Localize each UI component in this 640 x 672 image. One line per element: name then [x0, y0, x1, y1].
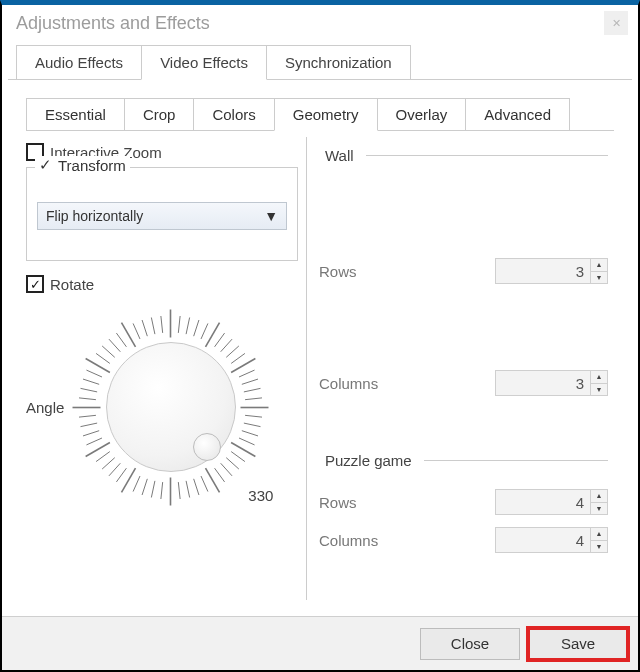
puzzle-rows-spinner[interactable]: 4 ▲▼	[495, 489, 608, 515]
svg-line-14	[245, 397, 262, 399]
puzzle-columns-stepper[interactable]: ▲▼	[590, 527, 608, 553]
titlebar: Adjustments and Effects ✕	[2, 5, 638, 45]
wall-columns-value: 3	[495, 370, 590, 396]
wall-label: Wall	[325, 147, 354, 164]
rotate-control: Angle 330	[26, 297, 298, 517]
video-effects-pane: Essential Crop Colors Geometry Overlay A…	[8, 79, 632, 619]
svg-line-21	[232, 451, 246, 461]
transform-checkbox[interactable]: ✓	[39, 156, 52, 174]
puzzle-label: Puzzle game	[325, 452, 412, 469]
wall-columns-stepper[interactable]: ▲▼	[590, 370, 608, 396]
puzzle-columns-spinner[interactable]: 4 ▲▼	[495, 527, 608, 553]
svg-line-59	[161, 316, 163, 333]
svg-line-7	[221, 339, 232, 352]
wall-columns-label: Columns	[319, 375, 378, 392]
svg-line-24	[215, 468, 225, 482]
puzzle-rows-stepper[interactable]: ▲▼	[590, 489, 608, 515]
geometry-left-column: Interactive Zoom ✓ Transform Flip horizo…	[26, 131, 306, 600]
svg-line-2	[186, 317, 190, 334]
tab-geometry[interactable]: Geometry	[274, 98, 378, 131]
svg-line-31	[161, 482, 163, 499]
svg-line-1	[179, 316, 181, 333]
svg-line-4	[201, 323, 208, 339]
svg-line-18	[242, 430, 258, 435]
svg-line-12	[242, 379, 258, 384]
wall-rows-stepper[interactable]: ▲▼	[590, 258, 608, 284]
svg-line-22	[227, 457, 240, 468]
svg-line-8	[227, 345, 240, 356]
svg-line-46	[79, 397, 96, 399]
svg-line-51	[96, 353, 110, 363]
svg-line-11	[239, 370, 255, 377]
svg-line-56	[133, 323, 140, 339]
svg-line-39	[96, 451, 110, 461]
puzzle-rows-row: Rows 4 ▲▼	[319, 489, 608, 515]
svg-line-9	[232, 353, 246, 363]
tab-crop[interactable]: Crop	[124, 98, 195, 130]
tab-colors[interactable]: Colors	[193, 98, 274, 130]
rotate-dial[interactable]	[106, 342, 236, 472]
tab-synchronization[interactable]: Synchronization	[266, 45, 411, 79]
puzzle-columns-label: Columns	[319, 532, 378, 549]
svg-line-37	[109, 463, 120, 476]
wall-columns-spinner[interactable]: 3 ▲▼	[495, 370, 608, 396]
puzzle-rows-value: 4	[495, 489, 590, 515]
sub-tabs: Essential Crop Colors Geometry Overlay A…	[26, 98, 614, 130]
svg-line-58	[152, 317, 156, 334]
tab-advanced[interactable]: Advanced	[465, 98, 570, 130]
svg-line-49	[87, 370, 103, 377]
svg-line-44	[79, 415, 96, 417]
close-button[interactable]: Close	[420, 628, 520, 660]
wall-divider	[366, 155, 608, 156]
angle-label: Angle	[26, 399, 64, 416]
window-title: Adjustments and Effects	[16, 13, 210, 34]
svg-line-6	[215, 333, 225, 347]
rotate-dial-knob[interactable]	[193, 433, 221, 461]
svg-line-29	[179, 482, 181, 499]
tab-video-effects[interactable]: Video Effects	[141, 45, 267, 80]
chevron-down-icon: ▼	[264, 208, 278, 224]
transform-label: Transform	[58, 157, 126, 174]
rotate-row: ✓ Rotate	[26, 275, 298, 293]
rotate-checkbox[interactable]: ✓	[26, 275, 44, 293]
puzzle-columns-row: Columns 4 ▲▼	[319, 527, 608, 553]
svg-line-13	[244, 388, 261, 392]
puzzle-group: Puzzle game Rows 4 ▲▼ Columns 4 ▲▼	[319, 452, 608, 553]
puzzle-divider	[424, 460, 608, 461]
rotate-label: Rotate	[50, 276, 94, 293]
save-button[interactable]: Save	[528, 628, 628, 660]
svg-line-57	[142, 320, 147, 336]
svg-line-38	[103, 457, 116, 468]
transform-combo[interactable]: Flip horizontally ▼	[37, 202, 287, 230]
svg-line-36	[117, 468, 127, 482]
wall-rows-value: 3	[495, 258, 590, 284]
svg-line-27	[194, 478, 199, 494]
svg-line-32	[152, 480, 156, 497]
wall-rows-label: Rows	[319, 263, 357, 280]
geometry-pane: Interactive Zoom ✓ Transform Flip horizo…	[26, 130, 614, 600]
tab-overlay[interactable]: Overlay	[377, 98, 467, 130]
wall-columns-row: Columns 3 ▲▼	[319, 370, 608, 396]
window-close-button[interactable]: ✕	[604, 11, 628, 35]
rotate-dial-wrap: 330	[68, 305, 273, 510]
svg-line-53	[109, 339, 120, 352]
wall-rows-spinner[interactable]: 3 ▲▼	[495, 258, 608, 284]
svg-line-52	[103, 345, 116, 356]
svg-line-28	[186, 480, 190, 497]
svg-line-43	[81, 423, 98, 427]
svg-line-42	[83, 430, 99, 435]
wall-group: Wall Rows 3 ▲▼ Columns 3 ▲▼	[319, 147, 608, 396]
transform-selected: Flip horizontally	[46, 208, 143, 224]
svg-line-34	[133, 476, 140, 492]
transform-group: ✓ Transform Flip horizontally ▼	[26, 167, 298, 261]
rotate-value: 330	[248, 487, 273, 504]
puzzle-columns-value: 4	[495, 527, 590, 553]
tab-audio-effects[interactable]: Audio Effects	[16, 45, 142, 79]
svg-line-41	[87, 438, 103, 445]
svg-line-19	[239, 438, 255, 445]
tab-essential[interactable]: Essential	[26, 98, 125, 130]
svg-line-16	[245, 415, 262, 417]
svg-line-3	[194, 320, 199, 336]
svg-line-54	[117, 333, 127, 347]
svg-line-48	[83, 379, 99, 384]
